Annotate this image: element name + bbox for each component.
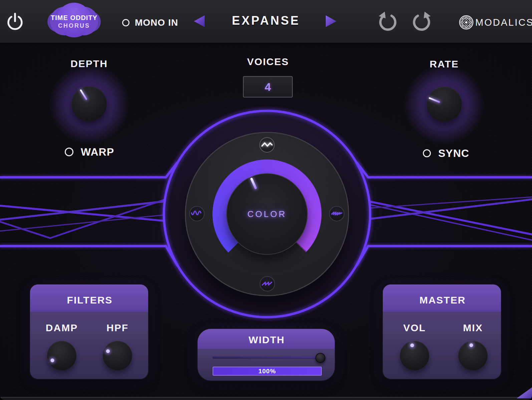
color-label: COLOR <box>247 209 286 219</box>
hpf-label: HPF <box>106 322 128 334</box>
brand-logo-icon <box>459 15 474 30</box>
depth-knob[interactable] <box>71 86 107 122</box>
sync-toggle[interactable]: SYNC <box>423 147 469 159</box>
voices-label: VOICES <box>247 56 289 67</box>
plugin-window: TIME ODDITY CHORUS MONO IN EXPANSE <box>0 0 532 400</box>
undo-button[interactable] <box>377 10 399 32</box>
color-knob-pointer <box>250 178 257 190</box>
color-knob[interactable]: COLOR <box>226 173 308 255</box>
warp-toggle[interactable]: WARP <box>65 146 114 158</box>
width-value-display[interactable]: 100% <box>213 367 322 376</box>
preset-name[interactable]: EXPANSE <box>232 14 300 28</box>
width-slider-thumb[interactable] <box>315 353 325 363</box>
noise-wave-icon <box>330 207 344 221</box>
undo-icon <box>377 10 399 32</box>
damp-knob[interactable] <box>47 341 76 370</box>
bottom-edge <box>0 397 532 400</box>
mix-knob[interactable] <box>458 341 488 370</box>
vol-knob[interactable] <box>400 341 429 370</box>
saw-wave-icon <box>260 277 274 291</box>
rate-knob-pointer <box>429 97 440 103</box>
power-icon <box>4 11 26 32</box>
master-title: MASTER <box>420 294 466 306</box>
plugin-logo: TIME ODDITY CHORUS <box>47 3 101 39</box>
warp-led-icon <box>65 148 73 156</box>
saw-wave-button[interactable] <box>260 276 275 291</box>
width-slider-track[interactable] <box>213 357 323 358</box>
mono-in-led-icon <box>122 19 129 26</box>
sine-wave-icon <box>190 207 204 221</box>
mono-in-label: MONO IN <box>135 17 178 28</box>
width-value: 100% <box>258 368 276 375</box>
logo-title: TIME ODDITY <box>51 14 97 22</box>
hpf-knob-dot <box>105 349 110 354</box>
width-panel: WIDTH 100% <box>197 328 335 381</box>
logo-subtitle: CHORUS <box>58 22 90 29</box>
vol-label: VOL <box>403 322 426 334</box>
preset-prev-button[interactable] <box>194 15 205 27</box>
color-knob-assembly: COLOR <box>185 132 349 296</box>
redo-icon <box>411 10 433 32</box>
noise-wave-button[interactable] <box>329 206 344 221</box>
triangle-wave-icon <box>260 138 274 152</box>
damp-knob-dot <box>50 358 55 363</box>
width-title: WIDTH <box>249 334 285 346</box>
sine-wave-button[interactable] <box>189 206 205 221</box>
title-bar: TIME ODDITY CHORUS MONO IN EXPANSE <box>0 0 532 43</box>
voices-value-display[interactable]: 4 <box>243 76 293 97</box>
rate-knob[interactable] <box>427 86 462 122</box>
sync-label: SYNC <box>438 147 469 160</box>
damp-label: DAMP <box>46 322 78 334</box>
filters-title: FILTERS <box>67 294 113 306</box>
mix-label: MIX <box>463 322 483 334</box>
voices-value: 4 <box>265 80 271 93</box>
master-panel: MASTER VOL MIX <box>382 284 502 380</box>
warp-label: WARP <box>81 146 114 158</box>
triangle-wave-button[interactable] <box>259 137 275 153</box>
brand-name: MODALICS <box>475 17 532 28</box>
preset-next-button[interactable] <box>326 15 336 27</box>
filters-panel: FILTERS DAMP HPF <box>29 284 149 380</box>
vol-knob-dot <box>410 343 414 348</box>
mix-knob-dot <box>469 343 473 348</box>
redo-button[interactable] <box>411 10 433 32</box>
mono-in-toggle[interactable]: MONO IN <box>122 17 178 29</box>
power-button[interactable] <box>4 11 26 32</box>
sync-led-icon <box>423 149 431 157</box>
depth-knob-pointer <box>79 89 87 100</box>
hpf-knob[interactable] <box>103 341 132 370</box>
